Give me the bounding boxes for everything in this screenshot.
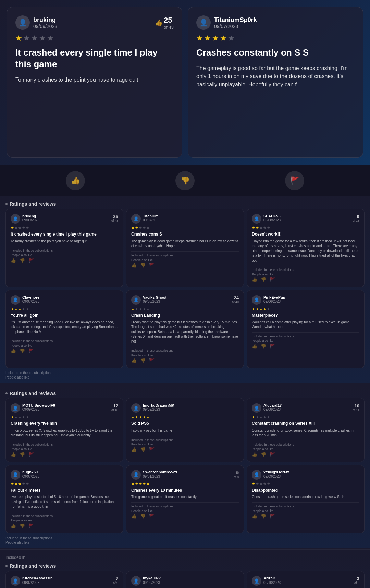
card-user-row: 👤 hugh750 09/07/2023 <box>11 470 118 480</box>
card-user-row: 👤 MOTU SnowwolF6 09/09/2023 12 of 18 <box>11 403 118 413</box>
star-3: ★ <box>263 226 267 230</box>
card-stars: ★★★★★ <box>131 226 239 230</box>
card-actions: 👍 👎 🚩 <box>11 452 118 457</box>
card-body: Wouldn't call a game after playing for a… <box>252 320 359 329</box>
card-flag-icon[interactable]: 🚩 <box>270 344 275 349</box>
action-bar: 👍 👎 🚩 <box>0 165 370 196</box>
card-thumbsup-icon[interactable]: 👍 <box>131 514 137 519</box>
star-4: ★ <box>26 482 29 486</box>
card-subscriptions: Included in these subscriptions <box>252 268 359 272</box>
card-user-block: 👤 hugh750 09/07/2023 <box>11 470 118 480</box>
star-5: ★ <box>47 34 54 43</box>
card-stars: ★★★★★ <box>11 226 118 230</box>
star-4: ★ <box>39 34 46 43</box>
star-r4: ★ <box>220 34 227 43</box>
card-flag-icon[interactable]: 🚩 <box>28 258 34 263</box>
card-user-row: 👤 bruking 09/09/2023 25 of 43 <box>11 214 118 224</box>
card-flag-icon[interactable]: 🚩 <box>149 447 155 452</box>
card-thumbsup-icon[interactable]: 👍 <box>11 258 16 263</box>
card-thumbsup-icon[interactable]: 👍 <box>252 344 257 349</box>
review-card: 👤 Vaciks Ghost 09/08/2023 24 of 40 ★★★★★… <box>126 290 244 369</box>
card-user-row: 👤 Titanium 09/07/20 <box>131 214 239 224</box>
card-thumbsup-icon[interactable]: 👍 <box>252 452 257 457</box>
card-thumbsup-icon[interactable]: 👍 <box>131 358 137 363</box>
card-flag-icon[interactable]: 🚩 <box>270 452 275 457</box>
card-thumbsdown-icon[interactable]: 👎 <box>140 358 146 363</box>
card-subscriptions: Included in these subscriptions <box>11 339 118 343</box>
star-1: ★ <box>14 307 18 311</box>
helpful-num-left: 25 <box>164 16 174 25</box>
card-date: 09/07/2023 <box>22 581 53 585</box>
review-title-left: It crashed every single time I play this… <box>15 47 174 70</box>
thumbs-down-button[interactable]: 👎 <box>175 171 195 190</box>
star-0: ★ <box>131 482 135 486</box>
review-body-right: The gameplay is good so far but the game… <box>196 64 355 89</box>
avatar-right: 👤 <box>196 15 211 30</box>
review-card: 👤 SLADE56 09/08/2023 9 of 13 ★★★★★ Doesn… <box>247 209 365 287</box>
card-people: People also like <box>11 447 118 451</box>
review-body-left: To many crashes to the point you have to… <box>15 76 174 84</box>
card-actions: 👍 👎 🚩 <box>131 263 239 268</box>
card-user-row: 👤 ImortalDragonMK 09/09/2023 <box>131 403 239 413</box>
card-helpful-num: 3 <box>354 576 359 581</box>
review-card: 👤 Titanium 09/07/20 ★★★★★ Crashes cons S… <box>126 209 244 287</box>
card-thumbsdown-icon[interactable]: 👎 <box>261 344 266 349</box>
card-thumbsup-icon[interactable]: 👍 <box>131 263 137 268</box>
star-1: ★ <box>14 226 18 230</box>
card-flag-icon[interactable]: 🚩 <box>149 263 155 268</box>
card-flag-icon[interactable]: 🚩 <box>270 514 275 519</box>
card-username: PinkEyePup <box>263 295 285 300</box>
card-flag-icon[interactable]: 🚩 <box>149 514 155 519</box>
card-thumbsdown-icon[interactable]: 👎 <box>20 348 25 353</box>
card-helpful-of: of 13 <box>353 219 359 223</box>
card-thumbsup-icon[interactable]: 👍 <box>131 447 137 452</box>
card-thumbsup-icon[interactable]: 👍 <box>252 514 257 519</box>
card-thumbsdown-icon[interactable]: 👎 <box>140 447 146 452</box>
card-user-row: 👤 Vaciks Ghost 09/08/2023 24 of 40 <box>131 295 239 305</box>
section1-header: Ratings and reviews <box>3 199 367 207</box>
card-date: 09/08/2023 <box>263 408 282 411</box>
card-thumbsdown-icon[interactable]: 👎 <box>140 514 146 519</box>
star-2: ★ <box>259 415 263 419</box>
thumbs-up-button[interactable]: 👍 <box>66 171 85 190</box>
card-username: hugh750 <box>22 470 39 475</box>
card-thumbsdown-icon[interactable]: 👎 <box>20 452 25 457</box>
star-2: ★ <box>139 226 142 230</box>
section2-people: People also like <box>3 541 367 545</box>
star-2: ★ <box>18 307 22 311</box>
card-flag-icon[interactable]: 🚩 <box>270 277 275 282</box>
card-thumbsup-icon[interactable]: 👍 <box>11 452 16 457</box>
card-helpful-of: of 43 <box>111 219 118 223</box>
card-thumbsdown-icon[interactable]: 👎 <box>261 277 266 282</box>
card-flag-icon[interactable]: 🚩 <box>28 348 34 353</box>
card-username: xYuNgxBoN3x <box>263 470 289 475</box>
star-1: ★ <box>15 34 22 43</box>
card-thumbsup-icon[interactable]: 👍 <box>11 348 16 353</box>
card-thumbsdown-icon[interactable]: 👎 <box>140 263 146 268</box>
card-title: Sold PS5 <box>131 421 239 427</box>
card-flag-icon[interactable]: 🚩 <box>28 452 34 457</box>
card-thumbsdown-icon[interactable]: 👎 <box>20 258 25 263</box>
card-avatar: 👤 <box>131 576 141 586</box>
card-thumbsdown-icon[interactable]: 👎 <box>261 514 266 519</box>
card-username: Claymore <box>22 295 39 300</box>
card-thumbsdown-icon[interactable]: 👎 <box>20 523 25 528</box>
card-flag-icon[interactable]: 🚩 <box>28 523 34 528</box>
card-subscriptions: Included in these subscriptions <box>131 254 239 257</box>
card-thumbsup-icon[interactable]: 👍 <box>252 277 257 282</box>
section2-grid: 👤 MOTU SnowwolF6 09/09/2023 12 of 18 ★★★… <box>3 397 367 536</box>
card-avatar: 👤 <box>131 403 141 413</box>
date-left: 09/09/2023 <box>33 24 57 29</box>
star-0: ★ <box>252 307 255 311</box>
card-thumbsup-icon[interactable]: 👍 <box>11 523 16 528</box>
star-0: ★ <box>131 226 135 230</box>
hero-card-left: 👤 bruking 09/09/2023 👍 25 of 43 ★ ★ ★ ★ … <box>7 7 182 158</box>
card-flag-icon[interactable]: 🚩 <box>149 358 155 363</box>
card-avatar: 👤 <box>131 214 141 224</box>
card-thumbsdown-icon[interactable]: 👎 <box>261 452 266 457</box>
flag-button[interactable]: 🚩 <box>285 171 304 190</box>
star-1: ★ <box>135 482 138 486</box>
card-avatar: 👤 <box>252 576 261 586</box>
card-date: 09/08/2023 <box>143 300 166 303</box>
card-stars: ★★★★★ <box>131 482 239 486</box>
